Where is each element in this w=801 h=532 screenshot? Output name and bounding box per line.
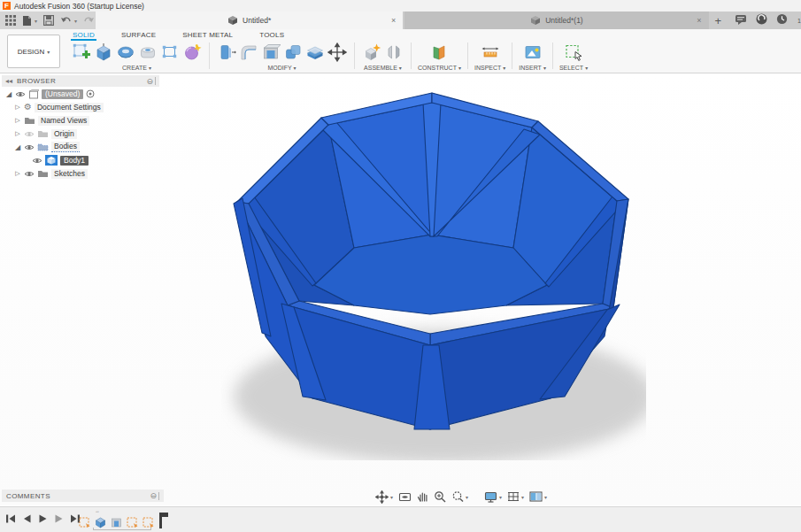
new-tab-button[interactable]: + <box>709 12 728 29</box>
timeline-sketch-icon[interactable] <box>78 515 91 528</box>
collapse-arrows-icon[interactable]: ◂◂ <box>5 77 12 85</box>
feedback-comment-icon[interactable] <box>735 12 747 28</box>
group-select-dropdown[interactable]: SELECT <box>559 65 588 71</box>
tree-row-origin[interactable]: ▷ Origin <box>2 127 159 140</box>
insert-image-icon[interactable] <box>522 42 543 63</box>
hole-icon[interactable] <box>137 42 158 63</box>
zoom-icon[interactable] <box>434 490 446 503</box>
group-create-dropdown[interactable]: CREATE <box>122 65 151 71</box>
undo-caret-icon[interactable]: ▾ <box>74 18 77 24</box>
caret-expanded-icon[interactable]: ◢ <box>5 90 12 98</box>
extrude-icon[interactable] <box>93 42 114 63</box>
create-sketch-icon[interactable] <box>71 42 92 63</box>
timeline-extrude-icon[interactable]: ⁗ <box>94 515 107 528</box>
file-menu-caret-icon[interactable]: ▾ <box>35 18 37 24</box>
sketch-rectangle-icon[interactable] <box>159 42 181 63</box>
tab-close-icon[interactable]: × <box>697 16 701 25</box>
redo-icon[interactable] <box>83 14 95 27</box>
timeline-shell-icon[interactable] <box>110 515 123 528</box>
body-name: Body1 <box>60 156 89 166</box>
orbit-icon[interactable] <box>375 490 389 504</box>
pan-icon[interactable] <box>417 490 428 503</box>
notification-count: 1 <box>797 18 801 24</box>
document-tab-active[interactable]: Untitled* × <box>96 12 403 29</box>
tree-row-document-settings[interactable]: ▷ ⚙ Document Settings <box>2 101 159 113</box>
visibility-eye-icon[interactable] <box>24 143 35 151</box>
profile-avatar-icon[interactable] <box>756 12 767 28</box>
new-component-icon[interactable] <box>361 42 382 63</box>
group-assemble-dropdown[interactable]: ASSEMBLE <box>364 65 402 71</box>
browser-header[interactable]: ◂◂ BROWSER ⊖ <box>2 75 159 87</box>
group-construct-dropdown[interactable]: CONSTRUCT <box>418 65 461 71</box>
visibility-eye-icon[interactable] <box>24 130 35 138</box>
visibility-eye-icon[interactable] <box>32 157 42 165</box>
shell-icon[interactable] <box>260 42 281 63</box>
joint-icon[interactable] <box>383 42 404 63</box>
panel-display-icon[interactable]: ⊖ <box>150 491 159 500</box>
tree-row-body1[interactable]: Body1 <box>2 154 159 166</box>
combine-icon[interactable] <box>282 42 304 63</box>
zoom-window-caret-icon[interactable]: ▾ <box>466 494 468 500</box>
activate-radio-icon[interactable] <box>86 89 95 98</box>
file-menu-icon[interactable] <box>22 14 32 27</box>
visibility-eye-icon[interactable] <box>15 90 26 98</box>
tab-sheet-metal[interactable]: SHEET METAL <box>181 29 235 41</box>
panel-display-icon[interactable]: ⊖ <box>146 77 156 86</box>
tab-close-icon[interactable]: × <box>391 16 396 25</box>
tree-row-named-views[interactable]: ▷ Named Views <box>2 114 159 127</box>
fusion360-window: F Autodesk Fusion 360 (Startup License) … <box>0 0 801 532</box>
timeline-playhead[interactable] <box>159 513 162 528</box>
create-form-icon[interactable] <box>181 42 203 63</box>
tree-row-bodies[interactable]: ◢ Bodies <box>2 141 159 153</box>
app-grid-icon[interactable] <box>5 14 16 27</box>
caret-collapsed-icon[interactable]: ▷ <box>14 130 21 137</box>
visibility-eye-icon[interactable] <box>24 170 35 178</box>
viewports-icon[interactable] <box>529 491 543 502</box>
group-inspect-dropdown[interactable]: INSPECT <box>474 65 505 71</box>
tree-row-document[interactable]: ◢ (Unsaved) <box>2 88 159 100</box>
fillet-icon[interactable] <box>238 42 259 63</box>
caret-collapsed-icon[interactable]: ▷ <box>14 117 21 124</box>
look-at-icon[interactable] <box>398 491 412 503</box>
comments-panel[interactable]: COMMENTS ⊖ <box>2 490 164 502</box>
timeline-sketch-icon[interactable] <box>126 515 139 528</box>
zoom-window-icon[interactable] <box>451 490 464 503</box>
display-settings-caret-icon[interactable]: ▾ <box>499 494 502 500</box>
tab-solid[interactable]: SOLID <box>71 29 96 41</box>
save-icon[interactable] <box>43 14 54 27</box>
step-forward-icon[interactable] <box>54 513 64 524</box>
press-pull-icon[interactable] <box>216 42 237 63</box>
workspace-selector-button[interactable]: DESIGN <box>7 35 60 68</box>
timeline-features: ⁗ <box>78 511 162 528</box>
tab-tools[interactable]: TOOLS <box>258 29 286 41</box>
tab-surface[interactable]: SURFACE <box>119 29 158 41</box>
document-tab-inactive[interactable]: Untitled*(1) × <box>404 12 708 29</box>
revolve-icon[interactable] <box>115 42 136 63</box>
step-back-icon[interactable] <box>22 513 32 524</box>
measure-icon[interactable] <box>480 42 501 63</box>
move-icon[interactable] <box>327 42 348 63</box>
construct-plane-icon[interactable] <box>428 42 450 63</box>
job-status-clock-icon[interactable] <box>776 12 788 28</box>
group-insert-dropdown[interactable]: INSERT <box>519 65 546 71</box>
orbit-caret-icon[interactable]: ▾ <box>390 494 393 500</box>
display-settings-icon[interactable] <box>484 491 497 503</box>
group-assemble-label: ASSEMBLE <box>364 65 397 71</box>
caret-collapsed-icon[interactable]: ▷ <box>14 170 21 177</box>
undo-icon[interactable] <box>60 14 72 27</box>
go-to-start-icon[interactable] <box>5 513 16 524</box>
grid-settings-caret-icon[interactable]: ▾ <box>521 494 524 500</box>
play-icon[interactable] <box>38 513 48 524</box>
model-body1[interactable] <box>221 89 646 460</box>
select-icon[interactable] <box>563 42 584 63</box>
tree-row-sketches[interactable]: ▷ Sketches <box>2 167 159 180</box>
caret-collapsed-icon[interactable]: ▷ <box>14 104 21 111</box>
viewport-canvas[interactable]: ◂◂ BROWSER ⊖ ◢ (Unsaved) ▷ ⚙ <box>0 74 801 505</box>
viewports-caret-icon[interactable]: ▾ <box>544 494 547 500</box>
split-body-icon[interactable] <box>304 42 326 63</box>
caret-expanded-icon[interactable]: ◢ <box>14 143 21 151</box>
timeline-sketch-icon[interactable] <box>142 515 155 528</box>
title-bar: F Autodesk Fusion 360 (Startup License) <box>0 0 801 12</box>
grid-settings-icon[interactable] <box>507 491 520 503</box>
group-modify-dropdown[interactable]: MODIFY <box>267 65 296 71</box>
